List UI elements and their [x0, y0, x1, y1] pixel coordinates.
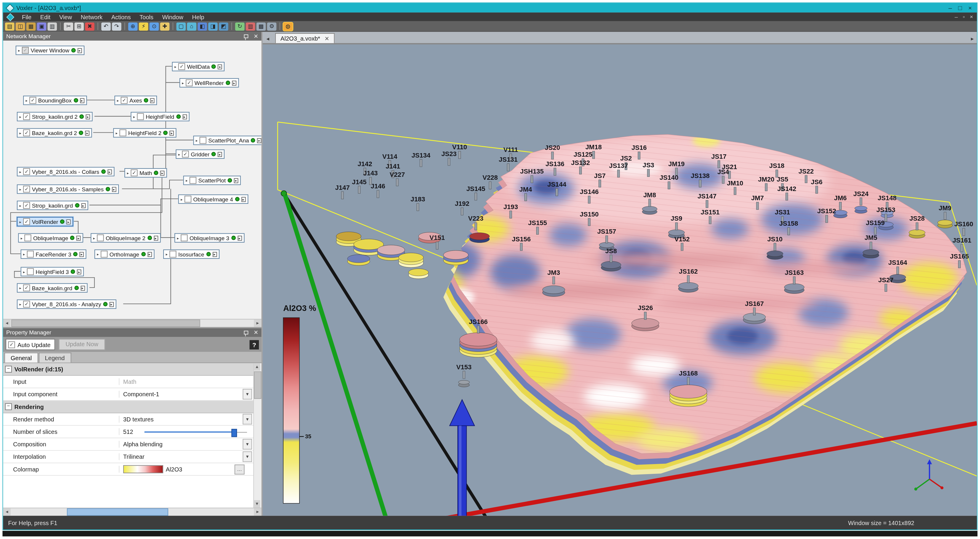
checkbox-icon[interactable]: ✓	[8, 341, 15, 348]
network-node-boundingbox[interactable]: ▸✓BoundingBox▸	[23, 95, 86, 105]
network-node-strop-kaolin-grd[interactable]: ▸✓Strop_kaolin.grd▸	[17, 201, 88, 210]
node-checkbox[interactable]: ✓	[186, 79, 192, 86]
toolbar-copy-icon[interactable]: ⊞	[74, 22, 84, 30]
tab-nav-right-icon[interactable]: ▸	[967, 35, 977, 43]
toolbar-delete-icon[interactable]: ✖	[85, 22, 94, 30]
close-panel-icon[interactable]: ✕	[254, 33, 258, 40]
toolbar-print-icon[interactable]: ▥	[48, 22, 57, 30]
node-checkbox[interactable]: ✓	[121, 97, 127, 103]
tab-general[interactable]: General	[5, 353, 38, 363]
node-checkbox[interactable]: ✓	[182, 151, 189, 157]
toolbar-active-tool-icon[interactable]: ◍	[283, 22, 293, 30]
document-tab[interactable]: Al2O3_a.voxb* ✕	[275, 33, 335, 43]
menu-file[interactable]: File	[18, 13, 36, 20]
node-checkbox[interactable]: ✓	[23, 113, 30, 120]
scroll-left-icon[interactable]: ◂	[3, 320, 11, 327]
update-now-button[interactable]: Update Now	[59, 339, 105, 350]
menu-edit[interactable]: Edit	[36, 13, 55, 20]
network-node-isosurface[interactable]: ▸Isosurface▸	[163, 250, 219, 259]
scroll-right-icon[interactable]: ▸	[254, 320, 261, 327]
network-node-vyber-8-2016-xls-collars[interactable]: ▸✓Vyber_8_2016.xls - Collars▸	[17, 167, 115, 176]
slider-thumb[interactable]	[232, 429, 237, 437]
menu-actions[interactable]: Actions	[107, 13, 135, 20]
tab-nav-left-icon[interactable]: ◂	[263, 35, 272, 43]
node-checkbox[interactable]	[199, 137, 206, 144]
scroll-up-icon[interactable]: ▴	[254, 363, 260, 370]
collapse-icon[interactable]: −	[5, 403, 12, 410]
network-node-volrender[interactable]: ▸✓VolRender▸	[17, 217, 73, 227]
network-node-heightfield-3[interactable]: ▸HeightField 3▸	[21, 267, 84, 276]
scroll-thumb[interactable]	[11, 320, 200, 327]
toolbar-new-icon[interactable]: ▤	[5, 22, 14, 30]
toolbar-home-view-icon[interactable]: ⌂	[187, 22, 196, 30]
toolbar-zoom-icon[interactable]: ⊙	[150, 22, 159, 30]
scroll-left-icon[interactable]: ◂	[3, 508, 11, 515]
node-checkbox[interactable]	[24, 235, 31, 242]
dropdown-arrow-icon[interactable]: ▾	[243, 389, 252, 399]
pin-icon[interactable]	[244, 34, 248, 38]
minimize-button[interactable]: –	[948, 5, 952, 11]
node-checkbox[interactable]	[97, 235, 104, 242]
network-node-baze-kaolin-grd[interactable]: ▸✓Baze_kaolin.grd▸	[17, 283, 88, 293]
node-checkbox[interactable]: ✓	[23, 168, 30, 175]
node-checkbox[interactable]: ✓	[178, 63, 185, 70]
tab-legend[interactable]: Legend	[38, 353, 71, 363]
network-node-gridder[interactable]: ▸✓Gridder▸	[176, 149, 224, 159]
pin-icon[interactable]	[244, 331, 248, 335]
network-node-scatterplot-ana[interactable]: ▸ScatterPlot_Ana▸	[193, 136, 261, 145]
network-node-obliqueimage-4[interactable]: ▸ObliqueImage 4▸	[178, 195, 248, 204]
toolbar-fit-view-icon[interactable]: ▢	[176, 22, 186, 30]
close-panel-icon[interactable]: ✕	[254, 329, 258, 335]
browse-button[interactable]: …	[235, 464, 245, 474]
toolbar-cut-icon[interactable]: ✂	[64, 22, 73, 30]
dropdown-arrow-icon[interactable]: ▾	[243, 452, 252, 462]
node-checkbox[interactable]: ✓	[23, 186, 30, 192]
network-node-math[interactable]: ▸✓Math▸	[124, 168, 167, 178]
network-node-axes[interactable]: ▸✓Axes▸	[115, 95, 157, 105]
network-graph-canvas[interactable]: ▸✓Viewer Window▸▸✓WellData▸▸✓WellRender▸…	[3, 41, 262, 319]
toolbar-view-iso-icon[interactable]: ◩	[219, 22, 228, 30]
node-checkbox[interactable]	[185, 196, 191, 203]
network-node-wellrender[interactable]: ▸✓WellRender▸	[180, 78, 239, 87]
menu-view[interactable]: View	[55, 13, 76, 20]
node-checkbox[interactable]	[181, 235, 188, 242]
doc-minimize-button[interactable]: –	[955, 14, 958, 20]
collapse-icon[interactable]: −	[5, 366, 12, 372]
node-checkbox[interactable]: ✓	[23, 285, 30, 291]
network-node-welldata[interactable]: ▸✓WellData▸	[172, 62, 225, 72]
colormap-swatch[interactable]	[123, 465, 163, 473]
scroll-right-icon[interactable]: ▸	[254, 508, 261, 515]
auto-update-checkbox[interactable]: ✓ Auto Update	[6, 339, 55, 350]
property-vscrollbar[interactable]: ▴ ▾	[253, 363, 261, 507]
dropdown-arrow-icon[interactable]: ▾	[243, 439, 252, 450]
node-checkbox[interactable]: ✓	[23, 301, 30, 307]
doc-close-button[interactable]: ×	[970, 14, 973, 20]
node-checkbox[interactable]: ✓	[23, 129, 30, 136]
network-node-facerender-3[interactable]: ▸FaceRender 3▸	[21, 250, 86, 259]
node-checkbox[interactable]: ✓	[23, 202, 30, 209]
menu-help[interactable]: Help	[188, 13, 208, 20]
tab-close-icon[interactable]: ✕	[325, 35, 329, 41]
toolbar-run-icon[interactable]: ⚡	[139, 22, 148, 30]
toolbar-find-icon[interactable]: ⊕	[128, 22, 138, 30]
network-node-strop-kaolin-grd-2[interactable]: ▸✓Strop_kaolin.grd 2▸	[17, 112, 93, 121]
node-checkbox[interactable]	[101, 251, 108, 258]
menu-window[interactable]: Window	[158, 13, 188, 20]
network-node-scatterplot[interactable]: ▸ScatterPlot▸	[183, 176, 241, 185]
scroll-down-icon[interactable]: ▾	[254, 500, 260, 507]
node-checkbox[interactable]	[189, 177, 196, 184]
viewport-3d[interactable]: V110V111JS20JM18JS16JS2J142V114JS134JS23…	[263, 44, 977, 516]
toolbar-redo-icon[interactable]: ↷	[112, 22, 121, 30]
network-node-viewer-window[interactable]: ▸✓Viewer Window▸	[16, 46, 84, 55]
doc-restore-button[interactable]: ▫	[963, 14, 965, 20]
node-checkbox[interactable]	[169, 251, 176, 258]
scroll-thumb[interactable]	[254, 371, 261, 399]
network-node-obliqueimage-3[interactable]: ▸ObliqueImage 3▸	[175, 233, 244, 243]
toolbar-undo-icon[interactable]: ↶	[101, 22, 111, 30]
maximize-button[interactable]: □	[958, 5, 962, 11]
node-checkbox[interactable]	[27, 268, 34, 275]
toolbar-import-icon[interactable]: ▦	[26, 22, 36, 30]
network-node-heightfield-2[interactable]: ▸HeightField 2▸	[113, 128, 176, 138]
network-node-obliqueimage[interactable]: ▸ObliqueImage▸	[18, 233, 83, 243]
network-node-vyber-8-2016-xls-samples[interactable]: ▸✓Vyber_8_2016.xls - Samples▸	[17, 184, 119, 194]
